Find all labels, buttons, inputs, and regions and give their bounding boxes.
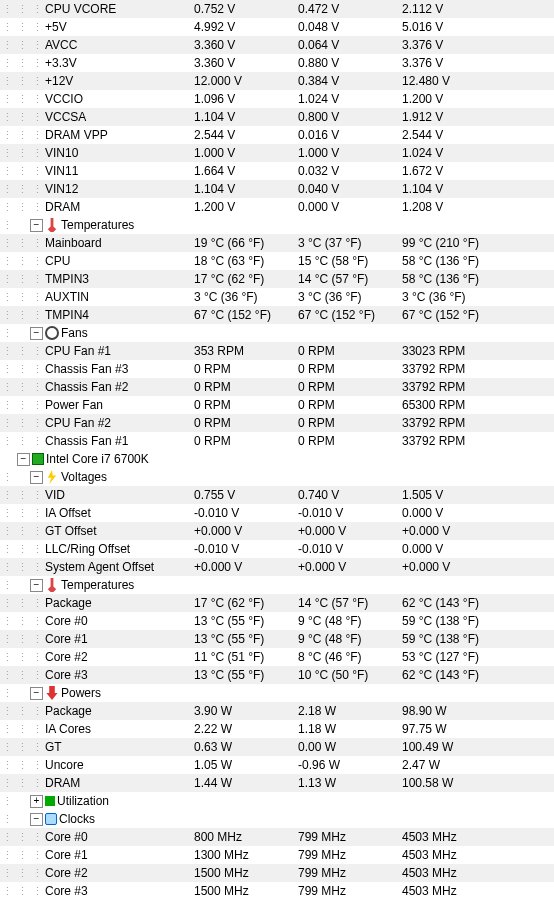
tree-row[interactable]: ⋮−Temperatures xyxy=(0,216,554,234)
value-col-2: 1.13 W xyxy=(294,776,398,790)
tree-guide: ⋮ xyxy=(30,129,45,142)
sensor-tree[interactable]: ⋮⋮⋮CPU VCORE0.752 V0.472 V2.112 V⋮⋮⋮+5V4… xyxy=(0,0,554,900)
tree-guide: ⋮ xyxy=(30,597,45,610)
tree-row[interactable]: ⋮⋮⋮Core #113 °C (55 °F)9 °C (48 °F)59 °C… xyxy=(0,630,554,648)
tree-row[interactable]: ⋮⋮⋮VIN111.664 V0.032 V1.672 V xyxy=(0,162,554,180)
value-col-3: 53 °C (127 °F) xyxy=(398,650,554,664)
fan-icon xyxy=(45,326,59,340)
tree-guide: ⋮ xyxy=(15,615,30,628)
tree-guide: ⋮ xyxy=(0,129,15,142)
tree-row[interactable]: ⋮⋮⋮IA Offset-0.010 V-0.010 V0.000 V xyxy=(0,504,554,522)
tree-guide: ⋮ xyxy=(30,417,45,430)
tree-guide: ⋮ xyxy=(15,849,30,862)
tree-row[interactable]: ⋮⋮⋮+3.3V3.360 V0.880 V3.376 V xyxy=(0,54,554,72)
tree-row[interactable]: ⋮⋮⋮CPU Fan #1353 RPM0 RPM33023 RPM xyxy=(0,342,554,360)
row-label: GT xyxy=(45,740,62,754)
tree-cell: ⋮⋮⋮Core #0 xyxy=(0,614,190,628)
tree-row[interactable]: ⋮⋮⋮Chassis Fan #10 RPM0 RPM33792 RPM xyxy=(0,432,554,450)
tree-row[interactable]: −Intel Core i7 6700K xyxy=(0,450,554,468)
tree-row[interactable]: ⋮⋮⋮AUXTIN3 °C (36 °F)3 °C (36 °F)3 °C (3… xyxy=(0,288,554,306)
tree-row[interactable]: ⋮⋮⋮Core #211 °C (51 °F)8 °C (46 °F)53 °C… xyxy=(0,648,554,666)
tree-row[interactable]: ⋮−Powers xyxy=(0,684,554,702)
tree-row[interactable]: ⋮⋮⋮CPU18 °C (63 °F)15 °C (58 °F)58 °C (1… xyxy=(0,252,554,270)
collapse-icon[interactable]: − xyxy=(30,687,43,700)
collapse-icon[interactable]: − xyxy=(17,453,30,466)
tree-cell: ⋮⋮⋮+12V xyxy=(0,74,190,88)
tree-row[interactable]: ⋮⋮⋮Core #013 °C (55 °F)9 °C (48 °F)59 °C… xyxy=(0,612,554,630)
tree-row[interactable]: ⋮−Fans xyxy=(0,324,554,342)
tree-guide: ⋮ xyxy=(30,399,45,412)
tree-cell: ⋮⋮⋮Core #3 xyxy=(0,884,190,898)
tree-row[interactable]: ⋮⋮⋮CPU Fan #20 RPM0 RPM33792 RPM xyxy=(0,414,554,432)
tree-guide: ⋮ xyxy=(15,291,30,304)
tree-row[interactable]: ⋮⋮⋮VID0.755 V0.740 V1.505 V xyxy=(0,486,554,504)
tree-row[interactable]: ⋮⋮⋮TMPIN317 °C (62 °F)14 °C (57 °F)58 °C… xyxy=(0,270,554,288)
tree-row[interactable]: ⋮⋮⋮VCCIO1.096 V1.024 V1.200 V xyxy=(0,90,554,108)
tree-guide: ⋮ xyxy=(15,255,30,268)
tree-row[interactable]: ⋮⋮⋮Uncore1.05 W-0.96 W2.47 W xyxy=(0,756,554,774)
tree-row[interactable]: ⋮⋮⋮VIN121.104 V0.040 V1.104 V xyxy=(0,180,554,198)
tree-guide: ⋮ xyxy=(0,309,15,322)
tree-guide: ⋮ xyxy=(0,57,15,70)
value-col-3: 4503 MHz xyxy=(398,866,554,880)
tree-row[interactable]: ⋮⋮⋮IA Cores2.22 W1.18 W97.75 W xyxy=(0,720,554,738)
collapse-icon[interactable]: − xyxy=(30,579,43,592)
tree-guide: ⋮ xyxy=(30,741,45,754)
tree-row[interactable]: ⋮⋮⋮TMPIN467 °C (152 °F)67 °C (152 °F)67 … xyxy=(0,306,554,324)
value-col-3: 3.376 V xyxy=(398,38,554,52)
tree-guide: ⋮ xyxy=(15,669,30,682)
row-label: +5V xyxy=(45,20,67,34)
expand-icon[interactable]: + xyxy=(30,795,43,808)
tree-row[interactable]: ⋮⋮⋮Core #0800 MHz799 MHz4503 MHz xyxy=(0,828,554,846)
tree-guide: ⋮ xyxy=(30,867,45,880)
tree-row[interactable]: ⋮⋮⋮Core #21500 MHz799 MHz4503 MHz xyxy=(0,864,554,882)
tree-row[interactable]: ⋮⋮⋮Chassis Fan #20 RPM0 RPM33792 RPM xyxy=(0,378,554,396)
tree-row[interactable]: ⋮−Temperatures xyxy=(0,576,554,594)
value-col-1: 1.200 V xyxy=(190,200,294,214)
tree-row[interactable]: ⋮⋮⋮Core #313 °C (55 °F)10 °C (50 °F)62 °… xyxy=(0,666,554,684)
tree-row[interactable]: ⋮⋮⋮Package17 °C (62 °F)14 °C (57 °F)62 °… xyxy=(0,594,554,612)
collapse-icon[interactable]: − xyxy=(30,471,43,484)
tree-row[interactable]: ⋮+Utilization xyxy=(0,792,554,810)
tree-row[interactable]: ⋮⋮⋮Chassis Fan #30 RPM0 RPM33792 RPM xyxy=(0,360,554,378)
value-col-1: 2.22 W xyxy=(190,722,294,736)
tree-row[interactable]: ⋮⋮⋮AVCC3.360 V0.064 V3.376 V xyxy=(0,36,554,54)
tree-row[interactable]: ⋮⋮⋮VIN101.000 V1.000 V1.024 V xyxy=(0,144,554,162)
tree-row[interactable]: ⋮⋮⋮DRAM1.44 W1.13 W100.58 W xyxy=(0,774,554,792)
value-col-2: 799 MHz xyxy=(294,830,398,844)
tree-row[interactable]: ⋮⋮⋮DRAM VPP2.544 V0.016 V2.544 V xyxy=(0,126,554,144)
tree-cell: ⋮⋮⋮Power Fan xyxy=(0,398,190,412)
tree-row[interactable]: ⋮⋮⋮Package3.90 W2.18 W98.90 W xyxy=(0,702,554,720)
tree-row[interactable]: ⋮⋮⋮Core #11300 MHz799 MHz4503 MHz xyxy=(0,846,554,864)
tree-row[interactable]: ⋮⋮⋮Core #31500 MHz799 MHz4503 MHz xyxy=(0,882,554,900)
tree-cell: ⋮⋮⋮Package xyxy=(0,704,190,718)
tree-row[interactable]: ⋮⋮⋮System Agent Offset+0.000 V+0.000 V+0… xyxy=(0,558,554,576)
tree-row[interactable]: ⋮⋮⋮CPU VCORE0.752 V0.472 V2.112 V xyxy=(0,0,554,18)
tree-guide: ⋮ xyxy=(0,39,15,52)
tree-guide: ⋮ xyxy=(15,237,30,250)
tree-guide: ⋮ xyxy=(15,93,30,106)
tree-guide: ⋮ xyxy=(15,363,30,376)
collapse-icon[interactable]: − xyxy=(30,219,43,232)
tree-row[interactable]: ⋮⋮⋮Mainboard19 °C (66 °F)3 °C (37 °F)99 … xyxy=(0,234,554,252)
tree-guide: ⋮ xyxy=(0,633,15,646)
tree-guide: ⋮ xyxy=(15,183,30,196)
tree-row[interactable]: ⋮⋮⋮GT0.63 W0.00 W100.49 W xyxy=(0,738,554,756)
collapse-icon[interactable]: − xyxy=(30,813,43,826)
tree-row[interactable]: ⋮⋮⋮DRAM1.200 V0.000 V1.208 V xyxy=(0,198,554,216)
tree-row[interactable]: ⋮⋮⋮+5V4.992 V0.048 V5.016 V xyxy=(0,18,554,36)
tree-cell: ⋮⋮⋮IA Offset xyxy=(0,506,190,520)
tree-row[interactable]: ⋮⋮⋮LLC/Ring Offset-0.010 V-0.010 V0.000 … xyxy=(0,540,554,558)
tree-guide: ⋮ xyxy=(30,507,45,520)
row-label: VCCIO xyxy=(45,92,83,106)
tree-guide: ⋮ xyxy=(30,183,45,196)
tree-row[interactable]: ⋮−Voltages xyxy=(0,468,554,486)
collapse-icon[interactable]: − xyxy=(30,327,43,340)
tree-row[interactable]: ⋮−Clocks xyxy=(0,810,554,828)
tree-row[interactable]: ⋮⋮⋮Power Fan0 RPM0 RPM65300 RPM xyxy=(0,396,554,414)
tree-row[interactable]: ⋮⋮⋮GT Offset+0.000 V+0.000 V+0.000 V xyxy=(0,522,554,540)
tree-row[interactable]: ⋮⋮⋮VCCSA1.104 V0.800 V1.912 V xyxy=(0,108,554,126)
tree-row[interactable]: ⋮⋮⋮+12V12.000 V0.384 V12.480 V xyxy=(0,72,554,90)
value-col-1: 0 RPM xyxy=(190,398,294,412)
row-label: Temperatures xyxy=(61,218,134,232)
